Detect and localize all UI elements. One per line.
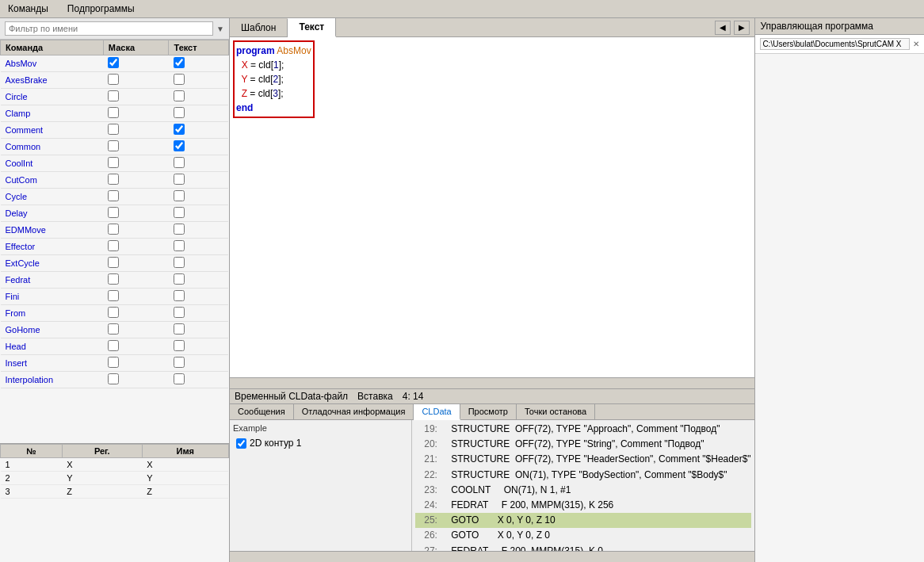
text-checkbox[interactable] [174,373,185,384]
tab-cldata[interactable]: CLData [414,404,460,420]
command-name: GoHome [1,322,104,338]
text-checkbox[interactable] [174,307,185,318]
code-line-1: program AbsMov [236,44,311,58]
filter-input[interactable] [5,21,213,36]
code-editor[interactable]: program AbsMov X = cld[1]; Y = cld[2]; Z… [230,37,754,377]
center-bottom: Сообщения Отладочная информация CLData П… [230,403,754,562]
text-checkbox[interactable] [174,140,185,151]
mask-checkbox[interactable] [108,190,119,201]
nav-next-btn[interactable]: ▶ [734,21,750,35]
mask-checkbox[interactable] [108,240,119,251]
text-checkbox[interactable] [174,207,185,218]
mask-checkbox[interactable] [108,224,119,235]
right-scrollbar[interactable] [755,54,924,562]
mask-checkbox[interactable] [108,207,119,218]
status-position: 4: 14 [403,391,424,402]
reg-col-reg: Рег. [62,445,142,458]
reg-cell-reg: X [62,458,142,472]
mask-checkbox[interactable] [108,90,119,101]
reg-cell-num: 2 [1,472,63,485]
mask-checkbox[interactable] [108,107,119,118]
tab-preview[interactable]: Просмотр [460,404,517,419]
cldata-code[interactable]: 19: STRUCTURE OFF(72), TYPE "Approach", … [412,420,754,551]
status-action: Вставка [357,391,393,402]
mask-checkbox[interactable] [108,307,119,318]
tab-messages[interactable]: Сообщения [230,404,294,419]
tab-text[interactable]: Текст [288,18,336,37]
text-checkbox[interactable] [174,57,185,68]
cldata-checkbox[interactable] [236,438,246,449]
mask-checkbox[interactable] [108,323,119,335]
code-line-5: end [236,101,311,115]
text-checkbox[interactable] [174,74,185,85]
bottom-tab-bar: Сообщения Отладочная информация CLData П… [230,404,754,420]
mask-checkbox[interactable] [108,140,119,151]
cldata-line: 23: COOLNT ON(71), N 1, #1 [415,483,751,498]
text-checkbox[interactable] [174,174,185,185]
command-name: Head [1,338,104,355]
mask-checkbox[interactable] [108,257,119,268]
nav-prev-btn[interactable]: ◀ [715,21,731,35]
text-checkbox[interactable] [174,240,185,251]
command-name: Circle [1,89,104,105]
table-row: Insert [1,355,229,372]
menu-subroutines[interactable]: Подпрограммы [63,2,139,16]
code-line-2: X = cld[1]; [236,58,311,72]
col-text: Текст [169,40,228,55]
reg-row: 3ZZ [1,485,229,499]
command-name: Clamp [1,105,104,122]
cldata-line: 19: STRUCTURE OFF(72), TYPE "Approach", … [415,422,751,437]
mask-checkbox[interactable] [108,157,119,168]
mask-checkbox[interactable] [108,124,119,135]
tab-breakpoints[interactable]: Точки останова [517,404,595,419]
col-command: Команда [1,40,104,55]
tab-template[interactable]: Шаблон [230,19,288,36]
mask-checkbox[interactable] [108,290,119,301]
register-panel: № Рег. Имя 1XX2YY3ZZ [0,443,229,562]
text-checkbox[interactable] [174,357,185,368]
mask-checkbox[interactable] [108,174,119,185]
right-path: C:\Users\bulat\Documents\SprutCAM X ✕ [755,35,924,54]
mask-checkbox[interactable] [108,74,119,85]
text-checkbox[interactable] [174,290,185,301]
text-checkbox[interactable] [174,340,185,351]
tab-debug[interactable]: Отладочная информация [294,404,414,419]
text-checkbox[interactable] [174,107,185,118]
bottom-content: Example 2D контур 1 19: STRUCTURE OFF(72… [230,420,754,551]
text-checkbox[interactable] [174,124,185,135]
command-name: Effector [1,239,104,255]
text-checkbox[interactable] [174,157,185,168]
reg-col-name: Имя [142,445,228,458]
table-row: AxesBrake [1,72,229,89]
text-checkbox[interactable] [174,323,185,335]
filter-bar: ▼ [0,18,229,40]
center-panel: Шаблон Текст ◀ ▶ program AbsMov X = cld[… [230,18,755,562]
path-input[interactable]: C:\Users\bulat\Documents\SprutCAM X [760,38,910,50]
mask-checkbox[interactable] [108,357,119,368]
text-checkbox[interactable] [174,90,185,101]
table-row: CutCom [1,172,229,189]
command-name: Insert [1,355,104,372]
menu-commands[interactable]: Команды [3,2,53,16]
text-checkbox[interactable] [174,224,185,235]
mask-checkbox[interactable] [108,373,119,384]
cldata-item-label: 2D контур 1 [250,438,302,449]
text-checkbox[interactable] [174,273,185,285]
command-name: Delay [1,205,104,222]
reg-cell-name: Y [142,472,228,485]
text-checkbox[interactable] [174,257,185,268]
cldata-line: 27: FEDRAT F 200, MMPM(315), K 0 [415,544,751,552]
path-close-btn[interactable]: ✕ [913,40,919,48]
text-checkbox[interactable] [174,190,185,201]
table-row: Head [1,338,229,355]
bottom-scrollbar[interactable] [230,551,754,562]
cldata-item-1: 2D контур 1 [233,436,408,450]
mask-checkbox[interactable] [108,57,119,68]
command-name: Comment [1,122,104,139]
status-file: Временный CLData-файл [235,391,348,402]
horizontal-scrollbar[interactable] [230,377,754,388]
cldata-line: 24: FEDRAT F 200, MMPM(315), K 256 [415,498,751,513]
reg-cell-reg: Z [62,485,142,499]
mask-checkbox[interactable] [108,340,119,351]
mask-checkbox[interactable] [108,273,119,285]
